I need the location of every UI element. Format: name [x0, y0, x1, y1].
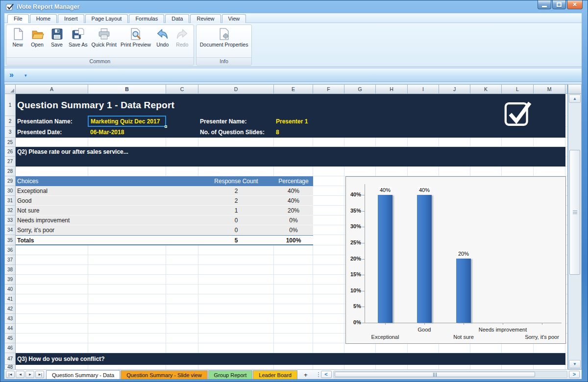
sheet-tab-question-summary-data[interactable]: Question Summary - Data: [46, 370, 120, 379]
column-header-L[interactable]: L: [502, 85, 534, 94]
row-header-42[interactable]: 42: [5, 304, 16, 314]
grid-cell[interactable]: [88, 324, 166, 334]
grid-cell[interactable]: [166, 245, 198, 255]
scroll-left-icon[interactable]: <: [321, 371, 332, 378]
grid-cell[interactable]: [198, 304, 274, 314]
grid-cell[interactable]: [198, 314, 274, 324]
grid-cell[interactable]: [198, 324, 274, 334]
quick-print-button[interactable]: Quick Print: [90, 26, 119, 48]
row-header-30[interactable]: 30: [5, 186, 16, 196]
grid-cell[interactable]: [198, 334, 274, 343]
grid-cell[interactable]: [565, 138, 567, 147]
grid-cell[interactable]: [274, 334, 313, 343]
grid-cell[interactable]: [16, 343, 88, 353]
cell-A47[interactable]: Q3) How do you solve conflict?: [17, 353, 105, 365]
grid-cell[interactable]: [313, 343, 344, 353]
row-header-40[interactable]: 40: [5, 285, 16, 294]
grid-cell[interactable]: [198, 138, 274, 147]
grid-cell[interactable]: [198, 275, 274, 285]
grid-cell[interactable]: [198, 255, 274, 265]
scroll-up-icon[interactable]: ▲: [569, 95, 581, 103]
row-header-26[interactable]: 26: [5, 147, 16, 157]
grid-cell[interactable]: [274, 343, 313, 353]
scrollbar-splitter[interactable]: [318, 372, 319, 377]
grid-cell[interactable]: [88, 275, 166, 285]
grid-cell[interactable]: [470, 138, 502, 147]
grid-cell[interactable]: [274, 167, 313, 176]
column-header-E[interactable]: E: [274, 85, 313, 94]
last-sheet-button[interactable]: ►|: [35, 371, 44, 378]
bar-exceptional[interactable]: [378, 195, 392, 323]
cell-A31[interactable]: Good: [17, 196, 31, 206]
cell-D33[interactable]: 0: [198, 215, 274, 225]
cell-A2[interactable]: Presentation Name:: [17, 116, 73, 127]
grid-cell[interactable]: [198, 294, 274, 304]
grid-cell[interactable]: [439, 343, 470, 353]
chart-area[interactable]: 0%5%10%15%20%25%30%35%40%40%Exceptional4…: [345, 176, 566, 344]
grid-cell[interactable]: [565, 167, 567, 176]
cell-B3[interactable]: 06-Mar-2018: [90, 127, 124, 138]
grid-cell[interactable]: [166, 255, 198, 265]
grid-cell[interactable]: [16, 285, 88, 294]
grid-cell[interactable]: [470, 343, 502, 353]
ribbon-tab-data[interactable]: Data: [165, 14, 189, 23]
grid-cell[interactable]: [88, 314, 166, 324]
sheet-tab-leader-board[interactable]: Leader Board: [253, 370, 297, 379]
grid-cell[interactable]: [198, 265, 274, 275]
cell-A32[interactable]: Not sure: [17, 206, 39, 215]
grid-cell[interactable]: [88, 304, 166, 314]
grid-cell[interactable]: [565, 343, 567, 353]
cell-E29[interactable]: Percentage: [274, 176, 313, 186]
ribbon-tab-insert[interactable]: Insert: [58, 14, 84, 23]
cell-E3[interactable]: 8: [276, 127, 279, 138]
grid-cell[interactable]: [166, 294, 198, 304]
grid-cell[interactable]: [313, 206, 344, 215]
grid-cell[interactable]: [274, 255, 313, 265]
grid-cell[interactable]: [16, 294, 88, 304]
bar-good[interactable]: [417, 195, 432, 323]
scroll-down-icon[interactable]: ▼: [569, 360, 581, 368]
grid-cell[interactable]: [16, 167, 88, 176]
grid-cell[interactable]: [16, 275, 88, 285]
new-button[interactable]: New: [8, 26, 27, 48]
vertical-scroll-track[interactable]: [568, 103, 581, 359]
cell-E34[interactable]: 0%: [274, 225, 313, 235]
grid-cell[interactable]: [408, 167, 439, 176]
grid-cell[interactable]: [16, 334, 88, 343]
sheet-tab-group-report[interactable]: Group Report: [208, 370, 253, 379]
grid-cell[interactable]: [313, 186, 344, 196]
grid-cell[interactable]: [88, 138, 166, 147]
save-button[interactable]: Save: [47, 26, 67, 48]
grid-cell[interactable]: [376, 138, 408, 147]
cell-D3[interactable]: No. of Question Slides:: [200, 127, 265, 138]
grid-cell[interactable]: [198, 343, 274, 353]
cell-A35[interactable]: Totals: [17, 235, 34, 245]
cell-E31[interactable]: 40%: [274, 196, 313, 206]
grid-cell[interactable]: [198, 245, 274, 255]
grid-cell[interactable]: [313, 167, 344, 176]
grid-cell[interactable]: [166, 343, 198, 353]
sheet-tab-add[interactable]: +: [298, 370, 314, 379]
row-header-34[interactable]: 34: [5, 225, 16, 235]
cell-A26[interactable]: Q2) Please rate our after sales service.…: [17, 147, 128, 157]
grid-cell[interactable]: [313, 215, 344, 225]
vertical-scroll-thumb[interactable]: [569, 150, 580, 275]
row-header-3[interactable]: 3: [5, 127, 16, 138]
vertical-scrollbar[interactable]: ▲▼: [568, 84, 582, 369]
grid-cell[interactable]: [313, 304, 344, 314]
grid-cell[interactable]: [274, 138, 313, 147]
cell-A3[interactable]: Presented Date:: [17, 127, 62, 138]
grid-cell[interactable]: [88, 245, 166, 255]
grid-cell[interactable]: [88, 294, 166, 304]
grid-cell[interactable]: [565, 94, 567, 116]
grid-cell[interactable]: [344, 343, 376, 353]
cell-E35[interactable]: 100%: [274, 235, 313, 245]
grid-cell[interactable]: [376, 167, 408, 176]
grid-cell[interactable]: [166, 304, 198, 314]
row-header-1[interactable]: 1: [5, 94, 16, 116]
horizontal-scroll-track[interactable]: [333, 371, 567, 378]
row-header-37[interactable]: 37: [5, 255, 16, 265]
column-header-D[interactable]: D: [198, 85, 274, 94]
cell-E32[interactable]: 20%: [274, 206, 313, 215]
column-header-A[interactable]: A: [16, 85, 88, 94]
